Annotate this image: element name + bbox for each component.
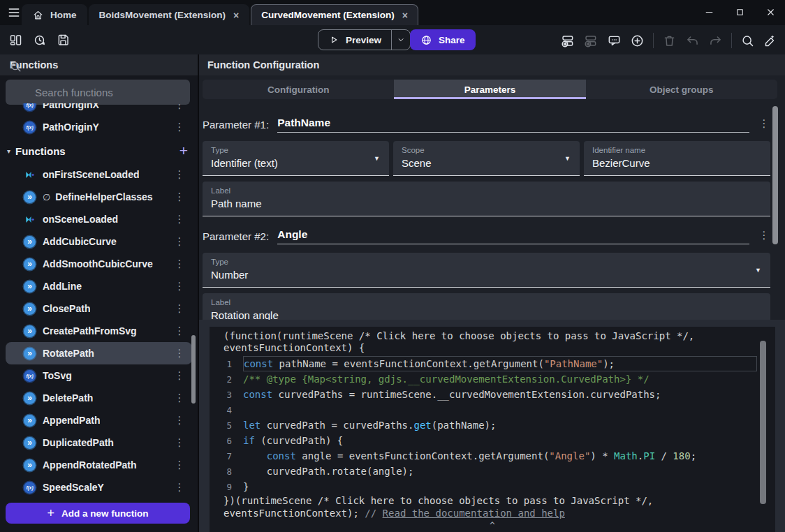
sidebar-item-deletepath[interactable]: »DeletePath⋮ xyxy=(6,387,192,409)
editor-layout-icon[interactable] xyxy=(8,33,23,47)
code-line[interactable]: 3const curvedPaths = runtimeScene.__curv… xyxy=(210,387,775,402)
tab-object-groups[interactable]: Object groups xyxy=(586,80,777,99)
code-line[interactable]: 4 xyxy=(210,402,775,418)
redo-icon[interactable] xyxy=(708,34,723,48)
kebab-menu-icon[interactable]: ⋮ xyxy=(174,302,185,315)
kebab-menu-icon[interactable]: ⋮ xyxy=(174,325,185,337)
dropdown-field[interactable]: TypeIdentifier (text)▼ xyxy=(203,141,389,176)
add-comment-icon[interactable] xyxy=(607,34,622,48)
save-icon[interactable] xyxy=(56,33,71,47)
sidebar-item-closepath[interactable]: »ClosePath⋮ xyxy=(6,297,192,320)
code-line[interactable]: 6if (curvedPath) { xyxy=(210,433,775,448)
code-editor[interactable]: (function(runtimeScene /* Click here to … xyxy=(210,327,775,532)
share-button[interactable]: Share xyxy=(410,29,476,50)
undo-icon[interactable] xyxy=(685,34,700,48)
sidebar-item-definehelperclasses[interactable]: »∅DefineHelperClasses⋮ xyxy=(6,186,192,208)
caret-up-icon[interactable]: ^ xyxy=(490,520,495,531)
code-line[interactable]: 8 curvedPath.rotate(angle); xyxy=(210,464,775,479)
text-field[interactable]: Identifier nameBezierCurve xyxy=(584,141,770,176)
sidebar-item-rotatepath[interactable]: »RotatePath⋮ xyxy=(6,342,192,364)
kebab-menu-icon[interactable]: ⋮ xyxy=(174,121,185,133)
sidebar-item-pathoriginx[interactable]: f(x)PathOriginX⋮ xyxy=(6,103,192,116)
sidebar-item-addline[interactable]: »AddLine⋮ xyxy=(6,275,192,297)
code-wrapper-line[interactable]: eventsFunctionContext) { xyxy=(210,342,775,354)
add-function-label: Add a new function xyxy=(61,508,149,519)
kebab-menu-icon[interactable]: ⋮ xyxy=(758,117,770,133)
text-field[interactable]: LabelPath name xyxy=(203,182,770,216)
tab-curvedmovement-extension-[interactable]: CurvedMovement (Extension)× xyxy=(251,4,418,25)
kebab-menu-icon[interactable]: ⋮ xyxy=(174,213,185,226)
parameter-name-input[interactable]: Angle xyxy=(277,228,307,244)
text-field[interactable]: LabelRotation angle xyxy=(203,293,770,320)
parameter-name-field[interactable]: Angle xyxy=(277,228,749,244)
kebab-menu-icon[interactable]: ⋮ xyxy=(174,481,185,494)
history-icon[interactable] xyxy=(32,33,47,47)
tab-configuration[interactable]: Configuration xyxy=(203,80,394,99)
kebab-menu-icon[interactable]: ⋮ xyxy=(174,436,185,449)
code-wrapper-line[interactable]: })(runtimeScene /* Click here to choose … xyxy=(210,495,775,507)
sidebar-item-speedscaley[interactable]: f(x)SpeedScaleY⋮ xyxy=(6,476,192,498)
tab-home[interactable]: Home xyxy=(22,4,87,25)
kebab-menu-icon[interactable]: ⋮ xyxy=(174,280,185,293)
add-sub-event-icon[interactable] xyxy=(584,34,599,48)
add-circle-icon[interactable] xyxy=(630,34,645,48)
preview-button-main[interactable]: Preview xyxy=(318,30,391,50)
code-wrapper-line[interactable]: eventsFunctionContext); // Read the docu… xyxy=(210,508,775,519)
trash-icon[interactable] xyxy=(662,34,677,48)
function-name: PathOriginY xyxy=(43,121,99,133)
code-line[interactable]: 2/** @type {Map<string, gdjs.__curvedMov… xyxy=(210,371,775,387)
add-event-icon[interactable] xyxy=(561,34,575,48)
parameter-name-input[interactable]: PathName xyxy=(277,117,330,132)
code-line[interactable]: 1const pathName = eventsFunctionContext.… xyxy=(210,356,775,371)
sidebar-item-createpathfromsvg[interactable]: »CreatePathFromSvg⋮ xyxy=(6,320,192,342)
kebab-menu-icon[interactable]: ⋮ xyxy=(174,103,185,111)
sidebar-item-onsceneloaded[interactable]: onSceneLoaded⋮ xyxy=(6,208,192,230)
sidebar-scrollbar[interactable] xyxy=(191,335,196,404)
parameters-scrollbar[interactable] xyxy=(772,106,778,244)
sidebar-item-appendrotatedpath[interactable]: »AppendRotatedPath⋮ xyxy=(6,454,192,476)
kebab-menu-icon[interactable]: ⋮ xyxy=(174,347,185,360)
parameter-name-field[interactable]: PathName xyxy=(277,117,749,133)
sidebar-item-onfirstsceneloaded[interactable]: onFirstSceneLoaded⋮ xyxy=(6,163,192,186)
tab-parameters[interactable]: Parameters xyxy=(394,80,585,99)
kebab-menu-icon[interactable]: ⋮ xyxy=(174,459,185,471)
code-wrapper-line[interactable]: (function(runtimeScene /* Click here to … xyxy=(210,330,775,342)
preview-button[interactable]: Preview xyxy=(318,29,411,50)
sidebar-item-addcubiccurve[interactable]: »AddCubicCurve⋮ xyxy=(6,230,192,253)
menu-icon[interactable] xyxy=(6,6,22,20)
code-line[interactable]: 5let curvedPath = curvedPaths.get(pathNa… xyxy=(210,418,775,433)
maximize-window-button[interactable] xyxy=(729,3,750,21)
add-function-button[interactable]: + Add a new function xyxy=(6,503,190,524)
sidebar-item-tosvg[interactable]: f(x)ToSvg⋮ xyxy=(6,364,192,387)
kebab-menu-icon[interactable]: ⋮ xyxy=(174,235,185,248)
magic-pen-icon[interactable] xyxy=(763,34,778,48)
code-line[interactable]: 7 const angle = eventsFunctionContext.ge… xyxy=(210,448,775,464)
close-tab-icon[interactable]: × xyxy=(233,10,239,21)
search-input[interactable] xyxy=(6,80,190,105)
sidebar-item-addsmoothcubiccurve[interactable]: »AddSmoothCubicCurve⋮ xyxy=(6,253,192,275)
kebab-menu-icon[interactable]: ⋮ xyxy=(174,392,185,404)
kebab-menu-icon[interactable]: ⋮ xyxy=(174,369,185,382)
sidebar-item-pathoriginy[interactable]: f(x)PathOriginY⋮ xyxy=(6,116,192,138)
close-window-button[interactable] xyxy=(760,3,781,21)
kebab-menu-icon[interactable]: ⋮ xyxy=(758,229,770,244)
preview-dropdown-button[interactable] xyxy=(392,30,410,50)
close-tab-icon[interactable]: × xyxy=(402,10,408,21)
add-function-plus-icon[interactable]: + xyxy=(179,142,188,159)
line-number: 9 xyxy=(210,482,243,492)
minimize-window-button[interactable] xyxy=(698,3,719,21)
function-section-header[interactable]: ▾Functions+ xyxy=(0,138,198,163)
kebab-menu-icon[interactable]: ⋮ xyxy=(174,258,185,270)
search-icon[interactable] xyxy=(740,34,755,48)
documentation-link[interactable]: Read the documentation and help xyxy=(383,508,565,519)
tab-boidsmovement-extension-[interactable]: BoidsMovement (Extension)× xyxy=(89,4,250,25)
kebab-menu-icon[interactable]: ⋮ xyxy=(174,414,185,427)
code-scrollbar[interactable] xyxy=(760,341,766,504)
dropdown-field[interactable]: ScopeScene▼ xyxy=(393,141,580,176)
sidebar-item-appendpath[interactable]: »AppendPath⋮ xyxy=(6,409,192,431)
kebab-menu-icon[interactable]: ⋮ xyxy=(174,168,185,181)
kebab-menu-icon[interactable]: ⋮ xyxy=(174,191,185,203)
dropdown-field[interactable]: TypeNumber▼ xyxy=(203,253,770,288)
code-line[interactable]: 9} xyxy=(210,479,775,494)
sidebar-item-duplicatedpath[interactable]: »DuplicatedPath⋮ xyxy=(6,431,192,454)
